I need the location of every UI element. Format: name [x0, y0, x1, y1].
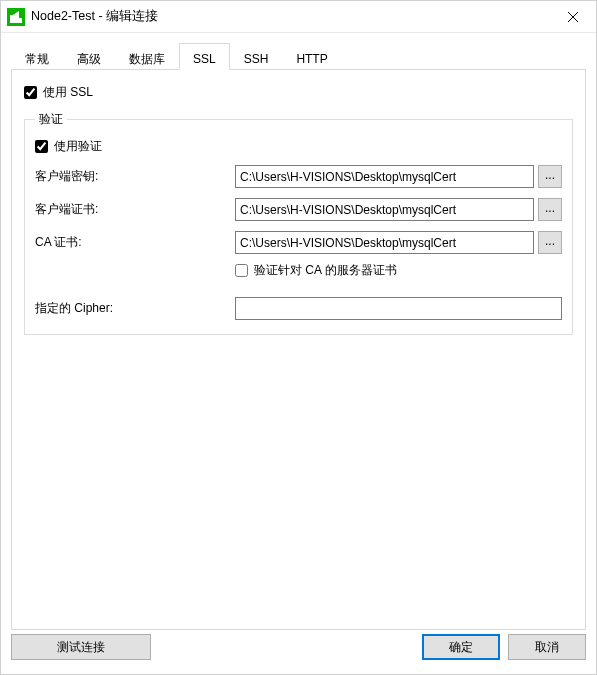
- ca-cert-row: CA 证书: ...: [35, 231, 562, 254]
- cipher-label: 指定的 Cipher:: [35, 300, 235, 317]
- tab-ssl[interactable]: SSL: [179, 43, 230, 70]
- app-icon: [7, 8, 25, 26]
- ok-button[interactable]: 确定: [422, 634, 500, 660]
- use-verify-label: 使用验证: [54, 138, 102, 155]
- use-ssl-row[interactable]: 使用 SSL: [24, 84, 573, 101]
- tab-advanced[interactable]: 高级: [63, 43, 115, 70]
- ca-cert-input[interactable]: [235, 231, 534, 254]
- window-title: Node2-Test - 编辑连接: [31, 8, 550, 25]
- tab-http[interactable]: HTTP: [282, 43, 341, 70]
- close-icon: [568, 12, 578, 22]
- client-cert-row: 客户端证书: ...: [35, 198, 562, 221]
- cipher-row: 指定的 Cipher:: [35, 297, 562, 320]
- client-cert-label: 客户端证书:: [35, 201, 235, 218]
- verify-server-row[interactable]: 验证针对 CA 的服务器证书: [235, 262, 562, 279]
- use-verify-checkbox[interactable]: [35, 140, 48, 153]
- verify-server-label: 验证针对 CA 的服务器证书: [254, 262, 397, 279]
- titlebar: Node2-Test - 编辑连接: [1, 1, 596, 33]
- client-cert-browse-button[interactable]: ...: [538, 198, 562, 221]
- close-button[interactable]: [550, 1, 596, 32]
- client-area: 常规 高级 数据库 SSL SSH HTTP 使用 SSL 验证 使用验证 客户…: [1, 33, 596, 630]
- ca-cert-label: CA 证书:: [35, 234, 235, 251]
- ca-cert-browse-button[interactable]: ...: [538, 231, 562, 254]
- verify-group-label: 验证: [35, 111, 67, 128]
- tab-database[interactable]: 数据库: [115, 43, 179, 70]
- client-key-row: 客户端密钥: ...: [35, 165, 562, 188]
- client-key-input[interactable]: [235, 165, 534, 188]
- footer: 测试连接 确定 取消: [1, 630, 596, 674]
- tabstrip: 常规 高级 数据库 SSL SSH HTTP: [11, 43, 586, 70]
- test-connection-button[interactable]: 测试连接: [11, 634, 151, 660]
- client-key-label: 客户端密钥:: [35, 168, 235, 185]
- cipher-input[interactable]: [235, 297, 562, 320]
- client-key-browse-button[interactable]: ...: [538, 165, 562, 188]
- tab-general[interactable]: 常规: [11, 43, 63, 70]
- dialog-window: Node2-Test - 编辑连接 常规 高级 数据库 SSL SSH HTTP…: [0, 0, 597, 675]
- use-ssl-label: 使用 SSL: [43, 84, 93, 101]
- tab-ssh[interactable]: SSH: [230, 43, 283, 70]
- cancel-button[interactable]: 取消: [508, 634, 586, 660]
- use-ssl-checkbox[interactable]: [24, 86, 37, 99]
- verify-group: 验证 使用验证 客户端密钥: ... 客户端证书: ..: [24, 111, 573, 335]
- verify-server-checkbox[interactable]: [235, 264, 248, 277]
- client-cert-input[interactable]: [235, 198, 534, 221]
- use-verify-row[interactable]: 使用验证: [35, 138, 562, 155]
- tab-content-ssl: 使用 SSL 验证 使用验证 客户端密钥: ... 客户端证书:: [11, 70, 586, 630]
